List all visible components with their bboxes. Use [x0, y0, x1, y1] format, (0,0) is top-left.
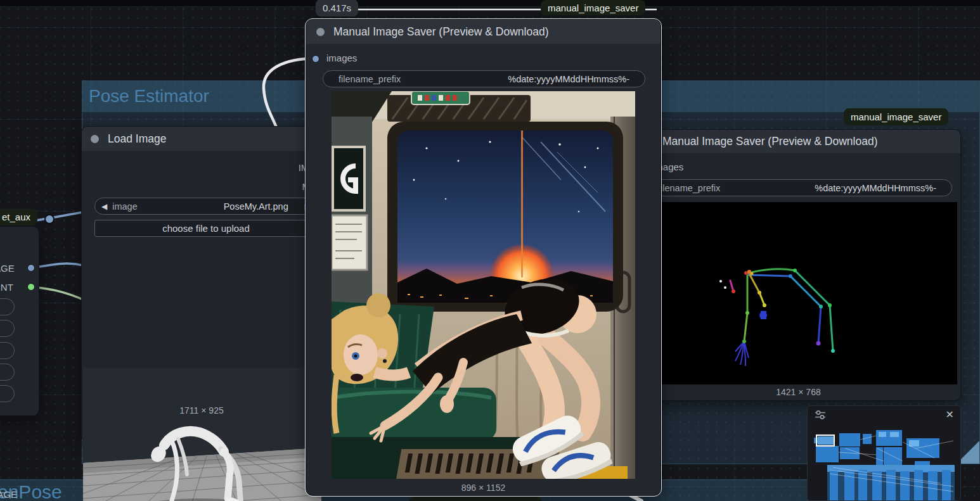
node-title: Load Image: [108, 132, 166, 146]
widget-label: filename_prefix: [338, 74, 401, 84]
exec-time-badge: 0.417s: [316, 0, 358, 16]
combo-left-icon[interactable]: ◀: [101, 203, 107, 210]
node-tag-bottom-partial[interactable]: [409, 497, 542, 501]
preview-caption: 896 × 1152: [306, 483, 661, 493]
choose-file-button[interactable]: choose file to upload: [94, 220, 318, 237]
filename-prefix-widget[interactable]: filename_prefix %date:yyyyMMddHHmmss%-: [323, 70, 645, 87]
pose-3d-preview[interactable]: [83, 368, 321, 501]
output-label: AGE: [0, 489, 17, 500]
play-button[interactable]: ▶: [0, 342, 15, 359]
image-preview[interactable]: [332, 91, 635, 479]
artwork-illustration: [332, 91, 635, 479]
node-title: Manual Image Saver (Preview & Download): [333, 25, 548, 39]
play-button[interactable]: ▶: [0, 320, 15, 337]
minimap-viewport[interactable]: [816, 435, 834, 446]
input-dot-images[interactable]: [312, 55, 319, 63]
mannequin-render: [83, 368, 321, 501]
openpose-skeleton-preview[interactable]: [643, 202, 957, 384]
openpose-skeleton: [643, 202, 957, 384]
node-titlebar[interactable]: Load Image: [82, 127, 321, 151]
minimap-close-icon[interactable]: ✕: [946, 410, 954, 420]
node-titlebar[interactable]: Manual Image Saver (Preview & Download): [636, 130, 960, 153]
minimap-settings-icon[interactable]: [814, 410, 827, 420]
filename-prefix-widget[interactable]: filename_prefix %date:yyyyMMddHHmmss%-: [646, 179, 952, 196]
image-combo-widget[interactable]: ◀ image PoseMy.Art.png ▶: [94, 198, 318, 215]
node-titlebar[interactable]: Manual Image Saver (Preview & Download): [306, 20, 661, 44]
node-tag-et-aux[interactable]: et_aux: [0, 208, 37, 225]
node-tag-manual-image-saver[interactable]: manual_image_saver: [541, 0, 645, 15]
play-button[interactable]: ▶: [0, 364, 15, 381]
output-label: AGE: [0, 263, 15, 274]
node-title: Manual Image Saver (Preview & Download): [662, 135, 877, 148]
minimap-header: ✕: [808, 406, 960, 423]
node-tag-manual-image-saver[interactable]: manual_image_saver: [844, 108, 948, 125]
widget-label: filename_prefix: [658, 183, 720, 193]
input-label: images: [326, 53, 357, 63]
output-dot-image[interactable]: [27, 264, 35, 272]
node-manual-image-saver-front[interactable]: 0.417s manual_image_saver Manual Image S…: [306, 19, 661, 496]
play-button[interactable]: ▶: [0, 385, 15, 402]
combo-value: PoseMy.Art.png: [224, 201, 288, 212]
output-dot-keypoint[interactable]: [27, 283, 35, 291]
node-load-image[interactable]: Load Image IMAGE MASK ◀ image PoseMy.Art…: [81, 126, 322, 441]
preview-caption: 1421 × 768: [636, 387, 960, 397]
widget-value: %date:yyyyMMddHHmmss%-: [815, 183, 936, 193]
output-label: OINT: [0, 282, 13, 293]
node-aux-preprocessor[interactable]: AGE AGE OINT ▶ ▶ ▶ ▶ ▶: [0, 226, 39, 416]
canvas-top-strip: [0, 0, 980, 7]
collapse-dot-icon[interactable]: [91, 135, 99, 143]
node-graph-canvas[interactable]: Pose Estimator enPose AGE AGE OINT ▶ ▶ ▶…: [0, 0, 980, 501]
widget-value: %date:yyyyMMddHHmmss%-: [508, 74, 629, 84]
minimap-panel[interactable]: ✕: [807, 405, 961, 501]
minimap-content[interactable]: [808, 423, 960, 501]
preview-caption: 1711 × 925: [82, 405, 321, 415]
play-button[interactable]: ▶: [0, 298, 15, 315]
collapse-dot-icon[interactable]: [316, 28, 325, 36]
node-manual-image-saver-right[interactable]: manual_image_saver Manual Image Saver (P…: [636, 129, 961, 401]
combo-label: image: [112, 201, 138, 212]
